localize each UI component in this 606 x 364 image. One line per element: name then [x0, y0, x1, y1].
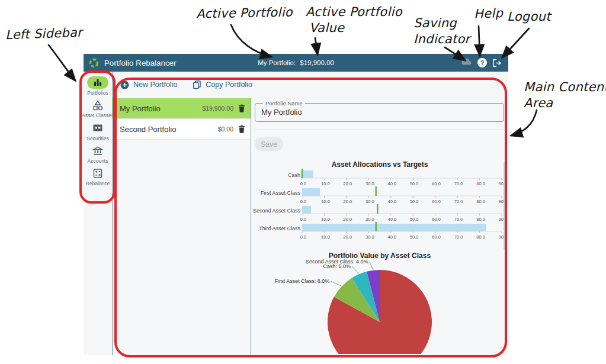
target-marker	[377, 204, 378, 214]
arrow-active-portfolio	[231, 25, 271, 57]
sidebar-item-rebalance[interactable]: Rebalance	[84, 167, 112, 186]
securities-card-icon	[87, 122, 108, 134]
bar-axis-tick-label: 0.0	[300, 234, 306, 240]
bar-chart-icon	[87, 76, 108, 89]
annotation-active-portfolio: Active Portfolio	[196, 5, 293, 22]
portfolio-name-input[interactable]	[261, 108, 498, 117]
cloud-icon	[460, 57, 472, 68]
pie-slice	[328, 270, 432, 354]
arrow-help	[479, 26, 480, 56]
portfolio-detail-panel: Portfolio Name Save Asset Allocations vs…	[251, 98, 508, 355]
bar-axis-tick-label: 20.0	[344, 181, 352, 186]
bar-axis-tick-label: 70.0	[454, 217, 463, 222]
bar-axis-tick-label: 70.0	[454, 181, 463, 186]
allocation-bar	[302, 224, 486, 231]
sidebar-item-label: Rebalance	[86, 181, 110, 186]
sidebar-item-label: Securities	[86, 136, 108, 141]
active-portfolio-value: $19,900.00	[300, 59, 334, 66]
left-sidebar: Portfolios Asset Classes Securities	[84, 72, 113, 355]
arrow-logout	[502, 28, 529, 57]
portfolio-value-pie-chart: Portfolio Value by Asset ClassFirst Asse…	[251, 250, 508, 354]
allocation-bar	[302, 206, 311, 214]
bar-axis-tick-label: 50.0	[410, 181, 419, 186]
sidebar-item-label: Asset Classes	[82, 113, 114, 118]
sidebar-item-portfolios[interactable]: Portfolios	[84, 76, 112, 96]
category-icon	[87, 99, 108, 111]
bar-axis-tick-label: 10.0	[321, 217, 330, 222]
bar-axis-tick-label: 80.0	[476, 181, 485, 186]
app-header: Portfolio Rebalancer My Portfolio: $19,9…	[84, 54, 508, 72]
allocation-bar	[302, 170, 313, 178]
active-portfolio-summary: My Portfolio: $19,900.00	[84, 59, 508, 66]
portfolio-name: Second Portfolio	[120, 125, 218, 134]
sidebar-item-securities[interactable]: Securities	[84, 122, 112, 141]
save-button[interactable]: Save	[255, 137, 283, 151]
calculator-icon	[87, 167, 108, 179]
bar-category-label: Cash	[288, 172, 300, 178]
sidebar-item-label: Accounts	[88, 159, 108, 164]
screenshot-stage: Portfolio Rebalancer My Portfolio: $19,9…	[0, 0, 606, 364]
bar-axis-tick-label: 50.0	[410, 234, 419, 240]
allocations-bar-chart: Asset Allocations vs TargetsCash0.010.02…	[251, 160, 508, 241]
bar-axis-tick-label: 40.0	[387, 234, 396, 240]
logout-icon[interactable]	[492, 59, 502, 67]
delete-portfolio-button[interactable]	[238, 104, 245, 112]
annotation-saving-indicator: Saving Indicator	[413, 15, 470, 47]
copy-portfolio-button[interactable]: Copy Portfolio	[193, 80, 252, 89]
annotation-logout: Logout	[507, 9, 551, 25]
portfolio-list: My Portfolio $19,900.00 Second Portfolio…	[113, 98, 251, 355]
delete-portfolio-button[interactable]	[238, 125, 245, 133]
bar-axis-tick-label: 60.0	[432, 234, 441, 240]
bar-axis-tick-label: 40.0	[387, 217, 396, 222]
target-marker	[376, 186, 377, 196]
bar-axis-tick-label: 70.0	[454, 199, 463, 204]
bar-category-label: Second Asset Class	[253, 208, 301, 214]
help-icon[interactable]: ?	[477, 58, 487, 67]
portfolio-name-field: Portfolio Name	[255, 100, 504, 122]
bar-category-label: Third Asset Class	[259, 226, 301, 231]
header-icons: ?	[460, 57, 502, 68]
bar-axis-tick-label: 60.0	[432, 217, 441, 222]
copy-portfolio-label: Copy Portfolio	[206, 80, 252, 89]
bar-axis-tick-label: 50.0	[410, 217, 419, 222]
pie-slice-label: First Asset Class: 8.0%	[275, 278, 330, 284]
bar-axis-tick-label: 50.0	[410, 199, 419, 204]
bar-axis-tick-label: 30.0	[365, 181, 374, 186]
bar-axis-tick-label: 40.0	[387, 199, 396, 204]
bank-icon	[87, 144, 108, 157]
arrow-left-sidebar	[49, 45, 75, 80]
portfolio-row-my-portfolio[interactable]: My Portfolio $19,900.00	[113, 98, 251, 119]
portfolio-name: My Portfolio	[120, 104, 202, 113]
bar-axis-tick-label: 30.0	[365, 234, 374, 240]
portfolio-row-second-portfolio[interactable]: Second Portfolio $0.00	[113, 119, 251, 140]
pie-slice-label: Second Asset Class: 4.0%	[306, 259, 368, 265]
portfolio-toolbar: New Portfolio Copy Portfolio	[113, 72, 508, 98]
target-marker	[302, 169, 303, 178]
bar-axis-tick-label: 0.0	[300, 217, 306, 222]
bar-axis-tick-label: 60.0	[432, 199, 441, 204]
copy-icon	[193, 80, 201, 89]
annotation-help: Help	[474, 5, 504, 22]
sidebar-item-asset-classes[interactable]: Asset Classes	[84, 99, 112, 118]
sidebar-item-accounts[interactable]: Accounts	[84, 144, 112, 164]
annotation-active-portfolio-value: Active Portfolio Value	[306, 4, 402, 36]
app-window: Portfolio Rebalancer My Portfolio: $19,9…	[84, 54, 508, 355]
bar-axis-tick-label: 30.0	[365, 199, 374, 204]
portfolio-value: $0.00	[218, 125, 233, 133]
bar-axis-tick-label: 20.0	[344, 217, 352, 222]
bar-axis-tick-label: 30.0	[365, 217, 374, 222]
detail-divider	[251, 130, 508, 130]
bar-axis-tick-label: 70.0	[454, 234, 463, 240]
bar-axis-tick-label: 10.0	[321, 199, 330, 204]
arrow-main-content	[511, 110, 537, 136]
bar-axis-tick-label: 20.0	[344, 199, 352, 204]
bar-axis-tick-label: 0.0	[300, 181, 306, 186]
portfolio-name-field-label: Portfolio Name	[263, 100, 305, 107]
vertical-scrollbar[interactable]	[504, 162, 506, 250]
active-portfolio-name: My Portfolio:	[258, 59, 296, 66]
bar-axis-tick-label: 20.0	[344, 234, 352, 240]
new-portfolio-button[interactable]: New Portfolio	[120, 80, 177, 89]
portfolios-content: My Portfolio $19,900.00 Second Portfolio…	[113, 98, 508, 355]
bar-axis-tick-label: 80.0	[476, 199, 485, 204]
sidebar-item-label: Portfolios	[87, 91, 108, 96]
